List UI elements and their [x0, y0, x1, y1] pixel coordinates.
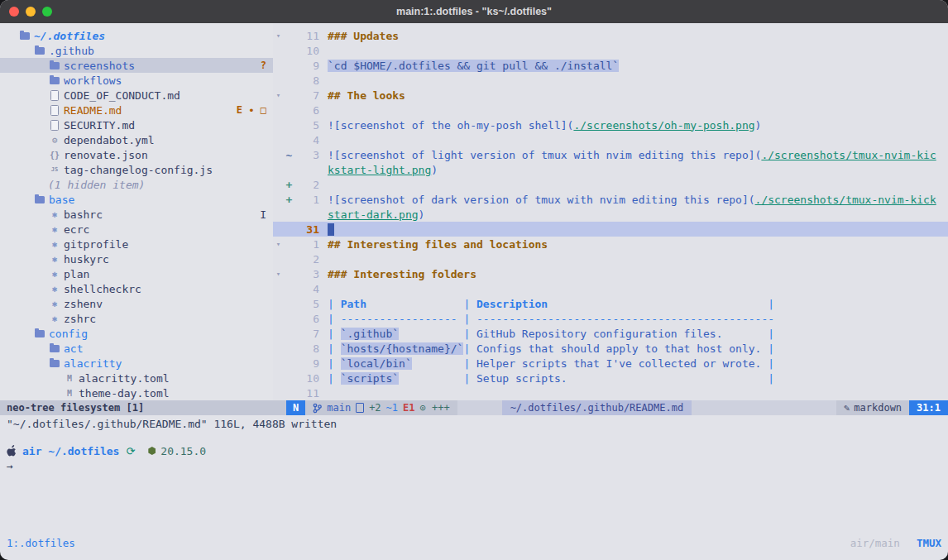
- folder-open-icon: [18, 32, 31, 40]
- tree-item-label: tag-changelog-config.js: [64, 164, 213, 176]
- editor-line[interactable]: 10| `scripts` | Setup scripts. |: [273, 371, 948, 385]
- tmux-right-status: air/main TMUX: [850, 537, 941, 549]
- tree-item-renovate-json[interactable]: {}renovate.json: [0, 147, 273, 162]
- tree-item-huskyrc[interactable]: ✱huskyrc: [0, 251, 273, 266]
- editor-line[interactable]: 8: [273, 73, 948, 88]
- neotree-statusline: neo-tree filesystem [1]: [0, 400, 286, 415]
- shell-icon: ✱: [48, 209, 61, 220]
- line-text: | Path | Description |: [328, 298, 948, 310]
- tmux-statusbar: 1:.dotfiles air/main TMUX: [7, 535, 941, 550]
- line-text: | `.github` | GitHub Repository configur…: [328, 328, 948, 340]
- fold-marker[interactable]: ▾: [273, 91, 284, 99]
- statusline: neo-tree filesystem [1] N main +2 ~1 E1 …: [0, 400, 948, 415]
- line-number: 4: [294, 134, 328, 146]
- editor-line[interactable]: kstart-light.png): [273, 162, 948, 177]
- minimize-button[interactable]: [26, 7, 36, 17]
- editor-line[interactable]: 8| `hosts/{hostname}/`| Configs that sho…: [273, 341, 948, 356]
- tree-item-ecrc[interactable]: ✱ecrc: [0, 222, 273, 237]
- tree-item-workflows[interactable]: workflows: [0, 73, 273, 88]
- js-icon: JS: [48, 166, 61, 173]
- tree-item-label: dependabot.yml: [64, 134, 155, 146]
- tree-item-gitprofile[interactable]: ✱gitprofile: [0, 237, 273, 251]
- editor-line[interactable]: 5![screenshot of the oh-my-posh shell](.…: [273, 117, 948, 132]
- tree-item-tag-changelog-config-js[interactable]: JStag-changelog-config.js: [0, 162, 273, 177]
- editor-line[interactable]: 7| `.github` | GitHub Repository configu…: [273, 326, 948, 341]
- editor-line[interactable]: 10: [273, 43, 948, 58]
- tree-item-label: shellcheckrc: [64, 283, 141, 295]
- folder-icon: [33, 330, 46, 337]
- folder-icon: [48, 62, 61, 69]
- tree-badge: ?: [261, 60, 266, 71]
- line-text: kstart-light.png): [328, 164, 948, 176]
- line-text: ## Interesting files and locations: [328, 238, 948, 251]
- shell-prompt: air ~/.dotfiles ⟳ 20.15.0: [7, 443, 941, 458]
- tree-item-config[interactable]: config: [0, 326, 273, 341]
- editor-line[interactable]: 4: [273, 132, 948, 147]
- folder-icon: [48, 77, 61, 84]
- file-icon: [48, 120, 61, 131]
- git-segment: main +2 ~1 E1 ⊙ +++: [305, 400, 457, 415]
- gear-icon: ⚙: [48, 135, 61, 146]
- editor-line[interactable]: start-dark.png): [273, 207, 948, 222]
- editor-line[interactable]: 6: [273, 103, 948, 117]
- close-button[interactable]: [9, 7, 19, 17]
- prompt-host-path: air ~/.dotfiles: [22, 445, 119, 457]
- tmux-window-name[interactable]: 1:.dotfiles: [7, 537, 75, 549]
- terminal-window: main:1:.dotfiles - "ks~/.dotfiles" ~/.do…: [0, 0, 948, 560]
- tree-item-base[interactable]: base: [0, 192, 273, 207]
- editor-line[interactable]: ~3![screenshot of light version of tmux …: [273, 147, 948, 162]
- tree-item-label: zshenv: [64, 298, 103, 310]
- tree-item-alacritty[interactable]: alacritty: [0, 356, 273, 371]
- editor-line[interactable]: 5| Path | Description |: [273, 296, 948, 311]
- tree-item-zshrc[interactable]: ✱zshrc: [0, 311, 273, 326]
- tree-item-zshenv[interactable]: ✱zshenv: [0, 296, 273, 311]
- editor-line[interactable]: 6| ------------------ | ----------------…: [273, 311, 948, 326]
- tree-item-label: plan: [64, 268, 89, 280]
- tree-item-act[interactable]: act: [0, 341, 273, 356]
- line-text: ### Updates: [328, 30, 948, 42]
- shell-icon: ✱: [48, 314, 61, 324]
- tree-item-badges: I: [260, 208, 266, 221]
- tree-item-label: .github: [49, 45, 94, 57]
- tree-item-security-md[interactable]: SECURITY.md: [0, 117, 273, 132]
- editor-line[interactable]: 11: [273, 385, 948, 400]
- tree-item-code-of-conduct-md[interactable]: CODE_OF_CONDUCT.md: [0, 88, 273, 103]
- editor-line[interactable]: 9| `local/bin` | Helper scripts that I'v…: [273, 356, 948, 371]
- diagnostic-error-count: E1: [403, 402, 414, 414]
- editor-line[interactable]: 2: [273, 251, 948, 266]
- node-version: 20.15.0: [160, 445, 206, 457]
- tree-item-label: screenshots: [64, 60, 135, 72]
- tree-item-theme-day-toml[interactable]: Mtheme-day.toml: [0, 385, 273, 400]
- editor-line[interactable]: 31: [273, 222, 948, 237]
- fold-marker[interactable]: ▾: [273, 240, 284, 248]
- editor-line[interactable]: 4: [273, 281, 948, 296]
- tree-item-plan[interactable]: ✱plan: [0, 266, 273, 281]
- editor-line[interactable]: ▾1## Interesting files and locations: [273, 237, 948, 251]
- editor-line[interactable]: +1![screenshot of dark version of tmux w…: [273, 192, 948, 207]
- tree-item-alacritty-toml[interactable]: Malacritty.toml: [0, 371, 273, 385]
- fold-marker[interactable]: ▾: [273, 270, 284, 278]
- tree-item-github[interactable]: .github: [0, 43, 273, 58]
- editor-line[interactable]: ▾3### Interesting folders: [273, 266, 948, 281]
- shell-icon: ✱: [48, 254, 61, 265]
- editor-line[interactable]: 9`cd $HOME/.dotfiles && git pull && ./in…: [273, 58, 948, 73]
- command-line-message: "~/.dotfiles/.github/README.md" 116L, 44…: [0, 415, 948, 432]
- tree-item-readme-md[interactable]: README.mdE•□: [0, 103, 273, 117]
- tree-item-1-hidden-item[interactable]: (1 hidden item): [0, 177, 273, 192]
- tree-item-bashrc[interactable]: ✱bashrcI: [0, 207, 273, 222]
- line-text: ![screenshot of light version of tmux wi…: [328, 149, 948, 161]
- tree-item-dotfiles[interactable]: ~/.dotfiles: [0, 28, 273, 43]
- editor-line[interactable]: +2: [273, 177, 948, 192]
- tree-item-shellcheckrc[interactable]: ✱shellcheckrc: [0, 281, 273, 296]
- tree-item-label: base: [49, 194, 74, 206]
- fold-marker[interactable]: ▾: [273, 31, 284, 40]
- tree-item-label: huskyrc: [64, 253, 109, 266]
- window-title: main:1:.dotfiles - "ks~/.dotfiles": [396, 6, 552, 17]
- zoom-button[interactable]: [42, 7, 52, 17]
- tree-badge: •: [248, 104, 255, 117]
- tree-item-screenshots[interactable]: screenshots?: [0, 58, 273, 73]
- editor-line[interactable]: ▾7## The looks: [273, 88, 948, 103]
- line-number: 6: [294, 104, 328, 117]
- editor-line[interactable]: ▾11### Updates: [273, 28, 948, 43]
- tree-item-dependabot-yml[interactable]: ⚙dependabot.yml: [0, 132, 273, 147]
